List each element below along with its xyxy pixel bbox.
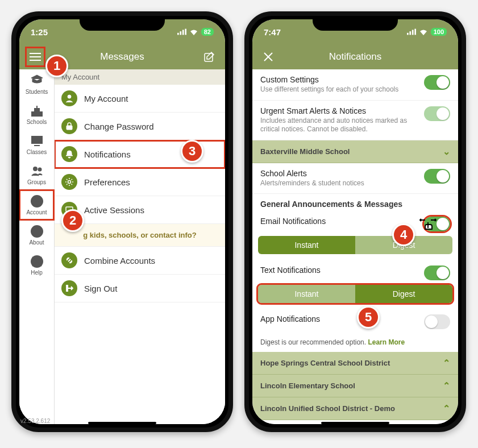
toggle-custom[interactable] — [424, 75, 450, 90]
learn-more-link[interactable]: Learn More — [368, 338, 405, 346]
person-icon — [61, 90, 77, 106]
svg-rect-10 — [32, 136, 42, 143]
callout-3: 3 — [181, 140, 203, 163]
compose-button[interactable] — [200, 48, 218, 66]
sidebar: Students Schools Classes Groups Account — [19, 69, 55, 424]
sidebar-item-account[interactable]: Account — [19, 190, 54, 220]
svg-rect-0 — [177, 33, 179, 35]
svg-rect-3 — [185, 29, 186, 35]
version-label: v2.53.2.612 — [20, 418, 50, 424]
callout-5: 5 — [357, 306, 380, 329]
accordion-label: Hope Springs Central School District — [260, 359, 390, 367]
row-combine[interactable]: Combine Accounts — [55, 247, 225, 275]
notch — [313, 16, 398, 31]
callout-1: 1 — [45, 55, 68, 77]
toggle-school-alerts[interactable] — [424, 169, 450, 184]
svg-rect-1 — [180, 31, 181, 35]
accordion-label: Lincoln Elementary School — [260, 381, 355, 390]
swipe-icon — [419, 218, 437, 233]
schools-icon — [30, 104, 44, 118]
sidebar-label: Schools — [27, 119, 47, 125]
toggle-urgent — [424, 106, 450, 121]
segment-text-instant[interactable]: Instant — [258, 285, 355, 303]
groups-icon — [30, 164, 44, 178]
setting-sub: Alerts/reminders & student notices — [260, 179, 418, 188]
students-icon — [30, 74, 44, 88]
row-my-account[interactable]: My Account — [55, 85, 225, 113]
setting-title: Urgent Smart Alerts & Notices — [260, 106, 418, 115]
home-indicator — [321, 422, 389, 424]
row-label: Change Password — [84, 122, 154, 131]
svg-rect-9 — [35, 109, 39, 112]
sidebar-label: Groups — [27, 179, 46, 185]
digest-text: Digest is our recommended option. — [260, 338, 366, 346]
accordion-school-lincoln-unified[interactable]: Lincoln Unified School District - Demo ⌃ — [252, 397, 458, 420]
hamburger-button[interactable] — [26, 48, 44, 66]
notch — [80, 16, 165, 31]
sidebar-item-schools[interactable]: Schools — [19, 99, 54, 130]
section-header: My Account — [55, 69, 225, 85]
row-preferences[interactable]: Preferences — [55, 168, 225, 196]
segment-email-instant[interactable]: Instant — [258, 236, 355, 254]
row-change-password[interactable]: Change Password — [55, 113, 225, 140]
status-time: 1:25 — [31, 27, 48, 37]
svg-point-12 — [34, 167, 37, 171]
accordion-school-baxterville[interactable]: Baxterville Middle School ⌄ — [252, 140, 458, 163]
bell-icon — [61, 146, 77, 162]
signal-icon — [177, 28, 186, 35]
callout-4: 4 — [392, 223, 415, 246]
classes-icon — [30, 134, 44, 148]
chevron-up-icon: ⌃ — [443, 403, 450, 414]
status-time: 7:47 — [264, 27, 281, 37]
sidebar-label: Students — [26, 89, 48, 95]
chevron-up-icon: ⌃ — [443, 358, 450, 368]
sidebar-item-help[interactable]: Help — [19, 250, 54, 280]
sidebar-label: Account — [26, 209, 47, 215]
sidebar-item-classes[interactable]: Classes — [19, 130, 54, 160]
setting-title: Text Notifications — [260, 266, 321, 275]
signout-icon — [61, 280, 77, 296]
segment-text: Instant Digest — [258, 285, 452, 303]
setting-title: School Alerts — [260, 169, 418, 178]
page-title: Messages — [44, 51, 200, 63]
home-indicator — [88, 422, 156, 424]
svg-rect-30 — [414, 29, 416, 35]
svg-rect-8 — [32, 112, 42, 116]
svg-point-24 — [68, 181, 71, 184]
sidebar-label: About — [29, 239, 44, 246]
lock-icon — [61, 118, 77, 134]
row-signout[interactable]: Sign Out — [55, 275, 225, 302]
navbar: Notifications — [252, 44, 458, 69]
row-school-alerts[interactable]: School Alerts Alerts/reminders & student… — [252, 163, 458, 194]
close-button[interactable] — [259, 48, 277, 66]
setting-sub: Use different settings for each of your … — [260, 85, 418, 94]
gear-icon — [61, 174, 77, 190]
wifi-icon — [419, 28, 428, 35]
row-label: Sign Out — [84, 284, 117, 293]
svg-point-18 — [36, 228, 38, 229]
row-custom-settings[interactable]: Custom Settings Use different settings f… — [252, 69, 458, 101]
segment-text-digest[interactable]: Digest — [355, 285, 452, 303]
row-app-notifications: App Notifications — [252, 309, 458, 335]
setting-title: App Notifications — [260, 314, 320, 323]
chevron-up-icon: ⌃ — [443, 380, 450, 391]
accordion-label: Baxterville Middle School — [260, 147, 350, 156]
phone-right: 7:47 100 Notifications Custom Settings U… — [244, 11, 466, 432]
accordion-label: Lincoln Unified School District - Demo — [260, 404, 395, 413]
svg-rect-29 — [412, 30, 414, 35]
sidebar-label: Classes — [27, 149, 47, 155]
sidebar-item-about[interactable]: About — [19, 220, 54, 250]
accordion-school-lincoln-elem[interactable]: Lincoln Elementary School ⌃ — [252, 375, 458, 397]
toggle-app[interactable] — [424, 314, 450, 329]
battery-level: 100 — [431, 28, 447, 36]
callout-2: 2 — [61, 209, 84, 232]
wifi-icon — [189, 28, 198, 35]
sidebar-item-groups[interactable]: Groups — [19, 160, 54, 190]
digest-note: Digest is our recommended option. Learn … — [252, 335, 458, 352]
accordion-school-hope[interactable]: Hope Springs Central School District ⌃ — [252, 352, 458, 375]
settings-panel: Custom Settings Use different settings f… — [252, 69, 458, 424]
svg-point-15 — [35, 198, 39, 201]
toggle-text[interactable] — [424, 266, 450, 280]
signal-icon — [407, 28, 416, 35]
setting-title: Email Notifications — [260, 217, 326, 226]
